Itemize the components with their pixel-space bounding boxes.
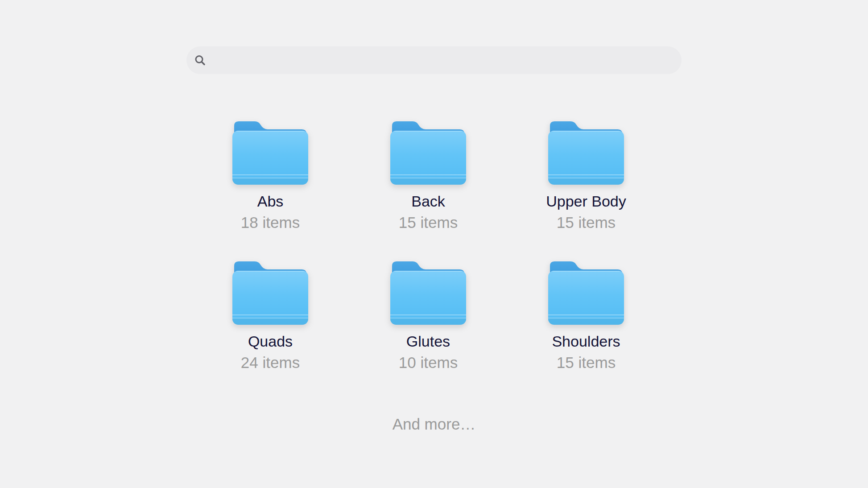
- folder-shoulders[interactable]: Shoulders 15 items: [548, 261, 624, 374]
- folder-count: 10 items: [390, 352, 466, 374]
- folder-quads[interactable]: Quads 24 items: [232, 261, 308, 374]
- folder-count: 24 items: [232, 352, 308, 374]
- folder-icon: [232, 120, 308, 185]
- search-input[interactable]: [211, 46, 673, 74]
- folder-back[interactable]: Back 15 items: [390, 120, 466, 234]
- folder-name: Shoulders: [548, 331, 624, 352]
- folder-glutes[interactable]: Glutes 10 items: [390, 261, 466, 374]
- folder-count: 18 items: [232, 211, 308, 234]
- folder-icon: [232, 261, 308, 325]
- workout-library-screen: Abs 18 items Back 15 items Upper Body 15…: [0, 46, 868, 435]
- folder-name: Quads: [232, 331, 308, 352]
- folder-count: 15 items: [548, 352, 624, 374]
- folder-icon: [390, 120, 466, 185]
- search-bar[interactable]: [186, 46, 682, 74]
- folder-grid: Abs 18 items Back 15 items Upper Body 15…: [191, 120, 665, 374]
- folder-upper-body[interactable]: Upper Body 15 items: [546, 120, 626, 234]
- folder-name: Upper Body: [546, 191, 626, 211]
- folder-count: 15 items: [546, 211, 626, 234]
- folder-icon: [390, 261, 466, 325]
- folder-count: 15 items: [390, 211, 466, 234]
- folder-name: Back: [390, 191, 466, 211]
- search-icon: [194, 54, 206, 66]
- folder-icon: [548, 120, 624, 185]
- more-label: And more…: [0, 413, 868, 435]
- folder-abs[interactable]: Abs 18 items: [232, 120, 308, 234]
- folder-name: Abs: [232, 191, 308, 211]
- folder-name: Glutes: [390, 331, 466, 352]
- folder-icon: [548, 261, 624, 325]
